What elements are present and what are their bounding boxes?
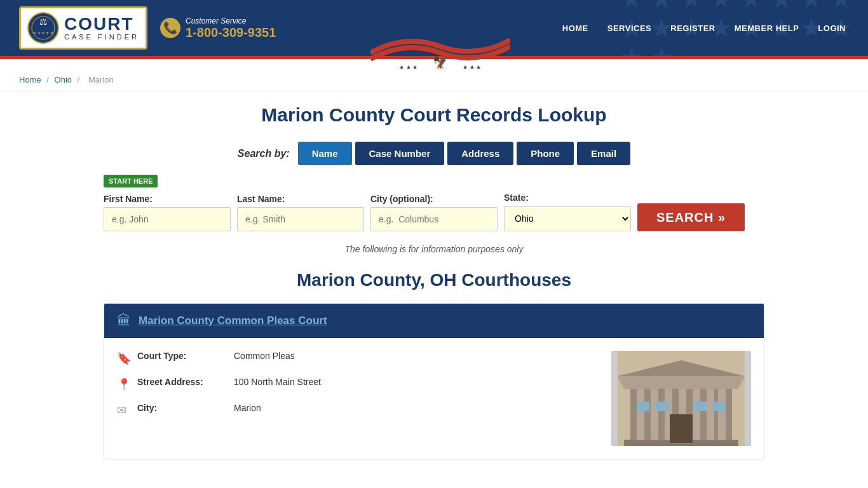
customer-service-phone: 1-800-309-9351: [186, 25, 276, 40]
courthouse-icon: 🏛: [117, 313, 131, 329]
street-address-value: 100 North Main Street: [234, 377, 321, 387]
site-logo[interactable]: ⚖ ★ ★ ★ ★ ★ COURT CASE FINDER: [19, 6, 147, 50]
start-here-badge: START HERE: [104, 175, 158, 187]
first-name-group: First Name:: [104, 194, 231, 231]
logo-court-text: COURT: [64, 15, 139, 33]
tab-phone[interactable]: Phone: [517, 142, 574, 165]
search-form: First Name: Last Name: City (optional): …: [104, 193, 764, 231]
svg-rect-10: [651, 389, 658, 443]
state-group: State: Ohio Alabama Alaska Arizona Calif…: [504, 193, 631, 231]
tab-address[interactable]: Address: [447, 142, 513, 165]
court-type-label: Court Type:: [137, 351, 226, 361]
last-name-input[interactable]: [237, 207, 364, 231]
courthouse-card: 🏛 Marion County Common Pleas Court 🔖 Cou…: [104, 303, 764, 459]
phone-icon: 📞: [160, 18, 180, 38]
page-title: Marion County Court Records Lookup: [104, 104, 764, 126]
main-content: Marion County Court Records Lookup Searc…: [85, 92, 783, 485]
courthouses-title: Marion County, OH Courthouses: [104, 270, 764, 290]
nav-home[interactable]: HOME: [559, 17, 592, 39]
last-name-label: Last Name:: [237, 194, 364, 204]
first-name-label: First Name:: [104, 194, 231, 204]
svg-rect-22: [694, 402, 707, 411]
logo-emblem-icon: ⚖ ★ ★ ★ ★ ★: [27, 12, 59, 44]
search-button[interactable]: SEARCH »: [637, 203, 745, 231]
svg-text:⚖: ⚖: [39, 17, 48, 27]
city-group: City (optional):: [370, 194, 498, 231]
nav-services[interactable]: SERVICES: [604, 17, 655, 39]
address-icon: 📍: [117, 377, 130, 391]
search-by-row: Search by: Name Case Number Address Phon…: [104, 142, 764, 165]
search-section: Search by: Name Case Number Address Phon…: [104, 142, 764, 231]
nav-member-help[interactable]: MEMBER HELP: [731, 17, 803, 39]
header-left: ⚖ ★ ★ ★ ★ ★ COURT CASE FINDER 📞 Customer…: [19, 6, 276, 50]
tab-email[interactable]: Email: [577, 142, 630, 165]
courthouse-body: 🔖 Court Type: Common Pleas 📍 Street Addr…: [104, 338, 764, 459]
search-by-label: Search by:: [238, 148, 290, 159]
site-header: ★ ★ ★ ★ ★ ★ ★ ★ ★ ★ ★ ★ ★ ★ ★ ★ ★ ★ ⚖ ★ …: [0, 0, 868, 56]
breadcrumb-sep-1: /: [46, 75, 51, 85]
city-detail-value: Marion: [234, 403, 261, 413]
svg-rect-21: [656, 402, 668, 411]
courthouse-image: [611, 351, 751, 446]
logo-casefinder-text: CASE FINDER: [64, 33, 139, 41]
city-row: ✉ City: Marion: [117, 403, 599, 417]
breadcrumb-marion: Marion: [88, 75, 114, 85]
svg-rect-14: [707, 389, 714, 443]
wave-eagle-icon: 🦅 ★ ★ ★ ★ ★ ★: [370, 34, 510, 72]
breadcrumb-sep-2: /: [78, 75, 82, 85]
svg-rect-23: [713, 402, 726, 411]
city-icon: ✉: [117, 403, 130, 417]
svg-rect-9: [637, 389, 644, 443]
customer-service-label: Customer Service: [186, 17, 276, 25]
court-type-row: 🔖 Court Type: Common Pleas: [117, 351, 599, 365]
logo-text: COURT CASE FINDER: [64, 15, 139, 41]
svg-text:★ ★ ★ ★ ★: ★ ★ ★ ★ ★: [33, 31, 53, 35]
street-address-row: 📍 Street Address: 100 North Main Street: [117, 377, 599, 391]
svg-rect-20: [637, 402, 649, 411]
svg-marker-16: [618, 376, 745, 389]
svg-rect-15: [718, 389, 726, 443]
header-wave-decoration: 🦅 ★ ★ ★ ★ ★ ★: [370, 34, 498, 74]
courthouse-header: 🏛 Marion County Common Pleas Court: [104, 304, 764, 338]
main-nav: HOME SERVICES REGISTER MEMBER HELP LOGIN: [559, 17, 849, 39]
tab-case-number[interactable]: Case Number: [355, 142, 445, 165]
customer-service: 📞 Customer Service 1-800-309-9351: [160, 17, 276, 40]
city-detail-label: City:: [137, 403, 226, 413]
first-name-input[interactable]: [104, 207, 231, 231]
courthouse-building-svg: [618, 351, 745, 446]
svg-rect-13: [693, 389, 700, 443]
state-label: State:: [504, 193, 631, 203]
city-label: City (optional):: [370, 194, 498, 204]
svg-text:★ ★ ★: ★ ★ ★: [399, 64, 417, 71]
city-input[interactable]: [370, 207, 498, 231]
courthouse-details: 🔖 Court Type: Common Pleas 📍 Street Addr…: [117, 351, 599, 446]
svg-text:🦅: 🦅: [433, 55, 449, 70]
nav-register[interactable]: REGISTER: [667, 17, 718, 39]
svg-rect-19: [670, 414, 693, 443]
court-type-icon: 🔖: [117, 351, 130, 365]
svg-text:★ ★ ★: ★ ★ ★: [463, 64, 481, 71]
state-select[interactable]: Ohio Alabama Alaska Arizona California C…: [504, 206, 631, 231]
breadcrumb-ohio[interactable]: Ohio: [55, 75, 72, 85]
info-text: The following is for information purpose…: [104, 244, 764, 254]
customer-service-text: Customer Service 1-800-309-9351: [186, 17, 276, 40]
street-address-label: Street Address:: [137, 377, 226, 387]
court-type-value: Common Pleas: [234, 351, 295, 361]
tab-name[interactable]: Name: [298, 142, 352, 165]
nav-login[interactable]: LOGIN: [815, 17, 849, 39]
last-name-group: Last Name:: [237, 194, 364, 231]
courthouse-name-link[interactable]: Marion County Common Pleas Court: [139, 315, 327, 327]
breadcrumb-home[interactable]: Home: [19, 75, 41, 85]
